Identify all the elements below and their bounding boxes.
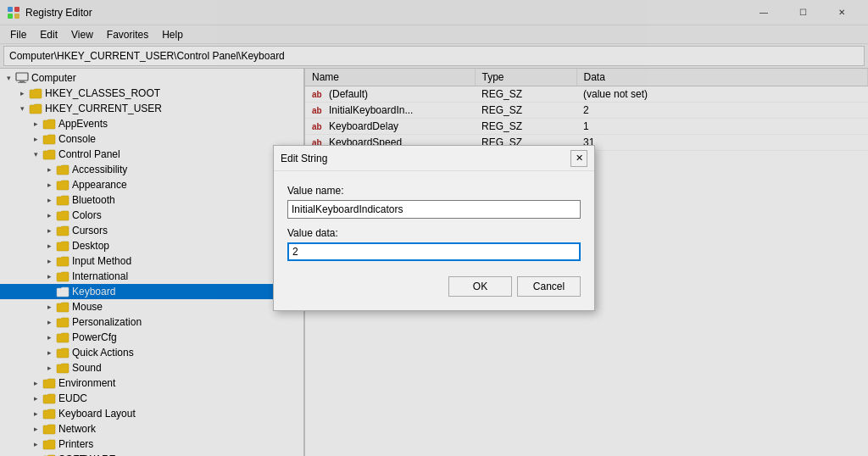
- value-name-label: Value name:: [287, 185, 581, 197]
- cancel-button[interactable]: Cancel: [517, 276, 581, 297]
- value-data-input[interactable]: [287, 242, 581, 261]
- dialog-title-bar: Edit String ✕: [274, 146, 594, 171]
- edit-string-dialog: Edit String ✕ Value name: Value data: OK…: [273, 145, 595, 311]
- dialog-buttons: OK Cancel: [287, 276, 581, 297]
- ok-button[interactable]: OK: [448, 276, 512, 297]
- value-name-input[interactable]: [287, 200, 581, 219]
- dialog-body: Value name: Value data: OK Cancel: [274, 171, 594, 310]
- dialog-title: Edit String: [281, 153, 327, 164]
- modal-overlay: Edit String ✕ Value name: Value data: OK…: [0, 0, 868, 456]
- value-data-label: Value data:: [287, 227, 581, 239]
- dialog-close-button[interactable]: ✕: [570, 150, 587, 167]
